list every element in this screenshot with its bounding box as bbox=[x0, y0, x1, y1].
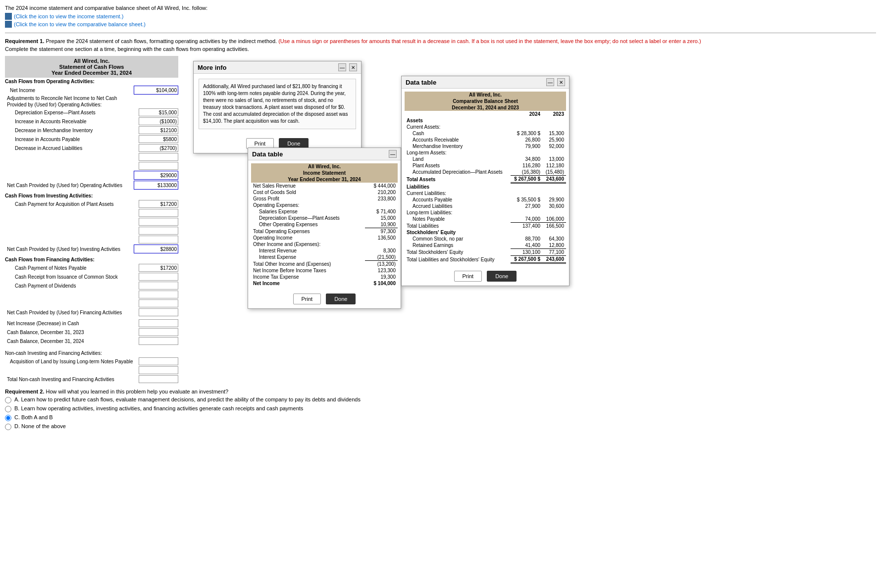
op-item-input-3[interactable] bbox=[139, 135, 178, 143]
bs-lt-liabilities-label: Long-term Liabilities: bbox=[405, 209, 511, 216]
net-inv-label: Net Cash Provided by (Used for) Investin… bbox=[5, 246, 134, 252]
table-row: Notes Payable74,000106,000 bbox=[405, 216, 566, 223]
bs-col-label bbox=[405, 111, 511, 117]
adjustments-label: Adjustments to Reconcile Net Income to N… bbox=[5, 96, 178, 101]
bs-total-equity-label: Total Stockholders' Equity bbox=[405, 249, 511, 256]
op-item-input-1[interactable] bbox=[139, 117, 178, 125]
table-row: Other Income and (Expenses): bbox=[251, 241, 398, 247]
balance-minimize[interactable]: — bbox=[546, 78, 554, 86]
income-header: Data table — bbox=[248, 148, 401, 160]
req2-label-d: D. None of the above bbox=[14, 423, 66, 429]
bs-row-2023: 15,300 bbox=[542, 130, 566, 137]
end-cash-label: Cash Balance, December 31, 2024 bbox=[5, 339, 139, 344]
req2-radio-c[interactable] bbox=[5, 415, 11, 421]
req2-radio-d[interactable] bbox=[5, 424, 11, 430]
inv-blank-input-1[interactable] bbox=[139, 209, 178, 217]
table-row: Total Liabilities137,400166,500 bbox=[405, 223, 566, 230]
table-row: Total Liabilities and Stockholders' Equi… bbox=[405, 256, 566, 263]
noncash-item-input-0[interactable] bbox=[139, 357, 178, 365]
op-item-2: Decrease in Merchandise Inventory bbox=[5, 126, 178, 135]
income-statement-link[interactable]: (Click the icon to view the income state… bbox=[5, 13, 876, 20]
noncash-total-input[interactable] bbox=[139, 375, 178, 383]
net-inv-val: $28800 bbox=[134, 245, 178, 253]
table-row: Long-term Assets: bbox=[405, 149, 566, 156]
net-fin-input[interactable] bbox=[139, 308, 178, 316]
fin-item-input-0[interactable] bbox=[139, 264, 178, 272]
begin-cash-input[interactable] bbox=[139, 328, 178, 336]
table-row: Accrued Liabilities27,90030,600 bbox=[405, 203, 566, 209]
begin-cash-label: Cash Balance, December 31, 2023 bbox=[5, 330, 139, 335]
balance-sheet-link[interactable]: (Click the icon to view the comparative … bbox=[5, 21, 876, 28]
income-minimize[interactable]: — bbox=[389, 150, 397, 158]
noncash-blank-input-1[interactable] bbox=[139, 366, 178, 374]
increase-input[interactable] bbox=[139, 319, 178, 327]
income-row-val: 123,300 bbox=[365, 267, 398, 274]
fin-blank-input-2[interactable] bbox=[139, 299, 178, 307]
req2-option-d: D. None of the above bbox=[5, 423, 876, 430]
op-blank-input-1[interactable] bbox=[139, 153, 178, 161]
fin-blank-input-1[interactable] bbox=[139, 291, 178, 298]
req2-radio-b[interactable] bbox=[5, 406, 11, 412]
table-row: Other Operating Expenses10,900 bbox=[251, 221, 398, 228]
net-income-input[interactable] bbox=[134, 86, 178, 95]
inv-blank-input-4[interactable] bbox=[139, 236, 178, 244]
req2-radio-a[interactable] bbox=[5, 397, 11, 403]
fin-item-input-1[interactable] bbox=[139, 273, 178, 281]
bs-total-assets-2023: 243,600 bbox=[542, 176, 566, 183]
inv-blank-input-2[interactable] bbox=[139, 218, 178, 226]
op-blank-row-1 bbox=[5, 152, 178, 161]
bs-row-2023: 25,900 bbox=[542, 137, 566, 143]
bs-row-label: Retained Earnings bbox=[405, 242, 511, 249]
op-item-label-3: Increase in Accounts Payable bbox=[5, 137, 139, 142]
op-item-label-0: Depreciation Expense—Plant Assets bbox=[5, 110, 139, 115]
end-cash-input[interactable] bbox=[139, 337, 178, 345]
income-print[interactable]: Print bbox=[293, 294, 321, 304]
table-row: Liabilities bbox=[405, 183, 566, 191]
bs-total-liabilities-2023: 166,500 bbox=[542, 223, 566, 230]
op-item-input-0[interactable] bbox=[139, 108, 178, 116]
bs-row-2023: 92,000 bbox=[542, 143, 566, 149]
table-row: Cost of Goods Sold210,200 bbox=[251, 189, 398, 196]
fin-item-1: Cash Receipt from Issuance of Common Sto… bbox=[5, 272, 178, 281]
income-row-val bbox=[365, 202, 398, 208]
table-row: Accounts Payable$ 35,500 $29,900 bbox=[405, 196, 566, 203]
op-blank-row-2 bbox=[5, 161, 178, 170]
income-row-label: Salaries Expense bbox=[251, 208, 365, 215]
balance-close[interactable]: ✕ bbox=[557, 78, 565, 86]
income-row-val: 8,300 bbox=[365, 247, 398, 254]
table-row: Net Income$ 104,000 bbox=[251, 280, 398, 287]
balance-controls: — ✕ bbox=[546, 78, 565, 86]
bs-row-2023: 12,800 bbox=[542, 242, 566, 249]
table-row: Total Other Income and (Expenses)(13,200… bbox=[251, 261, 398, 268]
balance-link-text[interactable]: (Click the icon to view the comparative … bbox=[14, 21, 146, 27]
req2-option-c: C. Both A and B bbox=[5, 414, 876, 421]
income-row-label: Net Sales Revenue bbox=[251, 183, 365, 189]
more-info-minimize[interactable]: — bbox=[338, 63, 346, 71]
noncash-item-0: Acquisition of Land by Issuing Long-term… bbox=[5, 357, 178, 366]
op-item-0: Depreciation Expense—Plant Assets bbox=[5, 108, 178, 117]
op-item-input-2[interactable] bbox=[139, 126, 178, 134]
table-row: Merchandise Inventory79,90092,000 bbox=[405, 143, 566, 149]
bs-col-2024: 2024 bbox=[511, 111, 542, 117]
table-row: Operating Expenses: bbox=[251, 202, 398, 208]
balance-done[interactable]: Done bbox=[487, 271, 517, 282]
inv-blank-input-3[interactable] bbox=[139, 227, 178, 235]
bs-total-le-2023: 243,600 bbox=[542, 256, 566, 263]
fin-item-input-2[interactable] bbox=[139, 282, 178, 290]
income-done[interactable]: Done bbox=[326, 294, 356, 304]
bs-total-equity-2023: 77,100 bbox=[542, 249, 566, 256]
net-op-val: $133000 bbox=[134, 181, 178, 190]
adjustments-row: Adjustments to Reconcile Net Income to N… bbox=[5, 95, 178, 101]
op-blank-input-2[interactable] bbox=[139, 162, 178, 170]
op-item-input-4[interactable] bbox=[139, 144, 178, 152]
bs-row-2024: 74,000 bbox=[511, 216, 542, 223]
table-row: Retained Earnings41,40012,800 bbox=[405, 242, 566, 249]
op-subtotal-val: $29000 bbox=[134, 171, 178, 180]
income-link-text[interactable]: (Click the icon to view the income state… bbox=[14, 13, 123, 19]
op-item-label-1: Increase in Accounts Receivable bbox=[5, 119, 139, 124]
table-row: Assets bbox=[405, 117, 566, 124]
inv-item-input-0[interactable] bbox=[139, 200, 178, 208]
inv-blank-1 bbox=[5, 208, 178, 217]
balance-print[interactable]: Print bbox=[454, 271, 482, 282]
more-info-close[interactable]: ✕ bbox=[349, 63, 357, 71]
